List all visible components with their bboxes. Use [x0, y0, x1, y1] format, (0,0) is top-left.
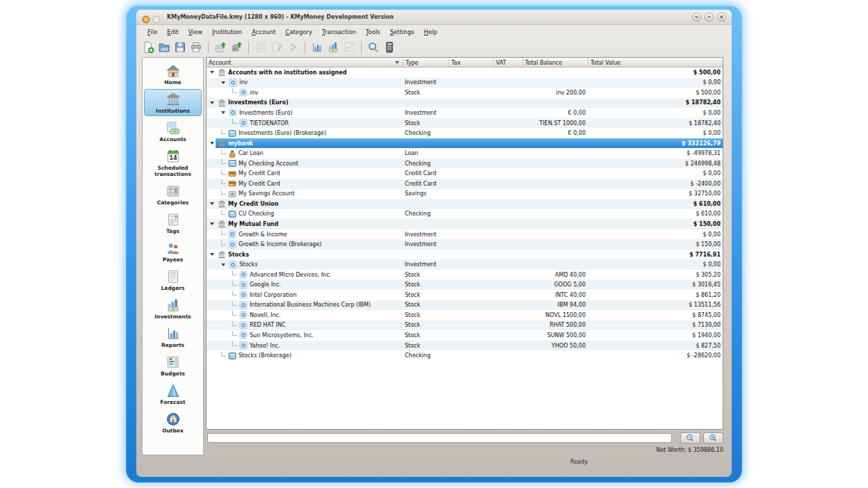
table-row[interactable]: Investments (Euro)Investment€ 0,00$ 0,00 [207, 108, 723, 118]
menu-category[interactable]: Category [280, 27, 317, 37]
cell-value: $ 7130,00 [588, 320, 723, 331]
tree-expander-icon[interactable] [210, 202, 214, 205]
table-row[interactable]: Accounts with no institution assigned$ 5… [207, 67, 723, 78]
window-menu-icon[interactable] [152, 13, 161, 22]
table-row[interactable]: Stocks (Brokerage)Checking$ -28620,00 [207, 350, 723, 361]
table-row[interactable]: TIETOENATORStockTIEN.ST 1000,00$ 18782,4… [207, 118, 723, 129]
investment-icon [239, 291, 248, 299]
sidebar-item-tags[interactable]: Tags [144, 209, 202, 236]
table-row[interactable]: My Mutual Fund$ 150,00 [207, 219, 723, 229]
table-row[interactable]: Stocks$ 7716,91 [207, 250, 723, 260]
toolbar-new-institution-icon[interactable] [230, 41, 243, 54]
sidebar-item-institutions[interactable]: Institutions [144, 89, 202, 116]
table-row[interactable]: Advanced Micro Devices, Inc.StockAMD 40,… [207, 270, 723, 280]
table-row[interactable]: Novell, Inc.StockNOVL 1500,00$ 8745,00 [207, 310, 723, 320]
savings-icon [228, 190, 236, 198]
sidebar-item-reports[interactable]: Reports [144, 323, 202, 350]
tree-expander-icon[interactable] [221, 81, 225, 84]
table-row[interactable]: StocksInvestment$ 0,00 [207, 259, 723, 270]
table-header: AccountTypeTaxVATTotal BalanceTotal Valu… [207, 58, 723, 67]
table-row[interactable]: invStockinv 200,00$ 500,00 [207, 88, 723, 98]
expand-all-button[interactable] [703, 432, 723, 444]
menu-help[interactable]: Help [419, 27, 442, 37]
cell-name: My Mutual Fund [207, 219, 403, 229]
table-row[interactable]: Investments (Euro) (Brokerage)Checking€ … [207, 128, 723, 138]
cell-type: Investment [403, 229, 449, 240]
table-row[interactable]: Car LoanLoan$ -49978,31 [207, 148, 723, 158]
table-row[interactable]: RED HAT INCStockRHAT 500,00$ 7130,00 [207, 320, 723, 331]
column-header-tax[interactable]: Tax [449, 58, 493, 67]
table-row[interactable]: Intel CorporationStockINTC 40,00$ 861,20 [207, 290, 723, 300]
toolbar-new-file-icon[interactable] [142, 41, 154, 54]
cell-name: My Credit Union [207, 199, 403, 209]
sidebar-item-ledgers[interactable]: Ledgers [144, 266, 202, 293]
sidebar-item-payees[interactable]: Payees [144, 238, 202, 265]
column-header-type[interactable]: Type [403, 58, 449, 67]
sidebar-item-outbox[interactable]: Outbox [144, 409, 202, 436]
column-header-total-value[interactable]: Total Value [588, 58, 723, 67]
cell-vat [493, 128, 522, 138]
tree-expander-icon[interactable] [210, 253, 214, 256]
column-header-total-balance[interactable]: Total Balance [522, 58, 588, 67]
cell-tax [449, 88, 493, 98]
menu-transaction[interactable]: Transaction [317, 27, 361, 37]
sidebar-item-forecast[interactable]: Forecast [144, 380, 202, 407]
table-row[interactable]: International Business Machines Corp (IB… [207, 300, 723, 311]
table-row[interactable]: Investments (Euro)$ 18782,40 [207, 98, 723, 108]
toolbar-find-icon[interactable] [367, 41, 380, 54]
sidebar-item-scheduled-transactions[interactable]: 14Scheduled transactions [144, 146, 202, 179]
table-row[interactable]: mybank$ 332126,79 [207, 138, 723, 149]
table-row[interactable]: invInvestment$ 0,00 [207, 78, 723, 88]
sidebar-item-label: Budgets [161, 371, 185, 377]
cell-type [403, 138, 449, 149]
toolbar-investments-icon[interactable] [327, 41, 339, 54]
column-header-vat[interactable]: VAT [493, 58, 522, 67]
sidebar-item-categories[interactable]: Categories [144, 181, 202, 208]
minimize-button[interactable] [692, 13, 701, 22]
tree-expander-icon[interactable] [221, 263, 225, 266]
tree-expander-icon[interactable] [210, 142, 214, 145]
column-header-account[interactable]: Account [207, 58, 403, 67]
table-row[interactable]: My Checking AccountChecking$ 246998,48 [207, 158, 723, 169]
sidebar-item-investments[interactable]: Investments [144, 295, 202, 322]
table-row[interactable]: My Credit CardCredit Card$ -2400,00 [207, 179, 723, 189]
menu-institution[interactable]: Institution [207, 27, 247, 37]
table-row[interactable]: Growth & IncomeInvestment$ 0,00 [207, 229, 723, 240]
tree-expander-icon[interactable] [210, 222, 214, 225]
collapse-all-button[interactable] [680, 432, 700, 444]
sidebar-item-home[interactable]: Home [144, 60, 202, 88]
table-row[interactable]: Sun Microsystems, Inc.StockSUNW 500,00$ … [207, 330, 723, 341]
maximize-button[interactable] [705, 13, 714, 22]
table-row[interactable]: My Credit CardCredit Card$ 0,00 [207, 168, 723, 179]
menu-settings[interactable]: Settings [385, 27, 419, 37]
toolbar-new-account-icon[interactable] [214, 41, 227, 54]
tree-expander-icon[interactable] [210, 71, 214, 74]
account-filter-input[interactable] [207, 433, 672, 443]
toolbar-reports-icon[interactable] [311, 41, 323, 54]
menu-edit[interactable]: Edit [162, 27, 183, 37]
tree-expander-icon[interactable] [221, 111, 225, 114]
menu-view[interactable]: View [184, 27, 207, 37]
menu-account[interactable]: Account [247, 27, 280, 37]
menu-tools[interactable]: Tools [361, 27, 385, 37]
table-row[interactable]: Growth & Income (Brokerage)Investment$ 1… [207, 239, 723, 250]
table-row[interactable]: CU CheckingChecking$ 610,00 [207, 209, 723, 220]
toolbar-print-icon[interactable] [190, 41, 202, 54]
sidebar-item-budgets[interactable]: Budgets [144, 352, 202, 379]
table-row[interactable]: Yahoo! Inc.StockYHOO 50,00$ 827,50 [207, 341, 723, 351]
toolbar-save-icon[interactable] [174, 41, 186, 54]
table-row[interactable]: My Credit Union$ 610,00 [207, 199, 723, 209]
window-controls [692, 13, 726, 22]
titlebar[interactable]: KMyMoneyDataFile.kmy (1280 x 960) - KMyM… [136, 10, 732, 25]
cell-vat [493, 78, 522, 88]
tree-expander-icon[interactable] [210, 101, 214, 104]
cell-tax [449, 199, 493, 209]
menu-file[interactable]: File [143, 27, 162, 37]
table-row[interactable]: My Savings AccountSavings$ 32750,00 [207, 189, 723, 200]
table-row[interactable]: Google Inc.StockGOOG 5,00$ 3016,45 [207, 279, 723, 290]
sidebar-item-accounts[interactable]: Accounts [144, 117, 202, 145]
toolbar-calculator-icon[interactable] [383, 41, 396, 54]
close-button[interactable] [717, 13, 726, 22]
toolbar-open-file-icon[interactable] [158, 41, 170, 54]
tree-connector [232, 291, 237, 295]
